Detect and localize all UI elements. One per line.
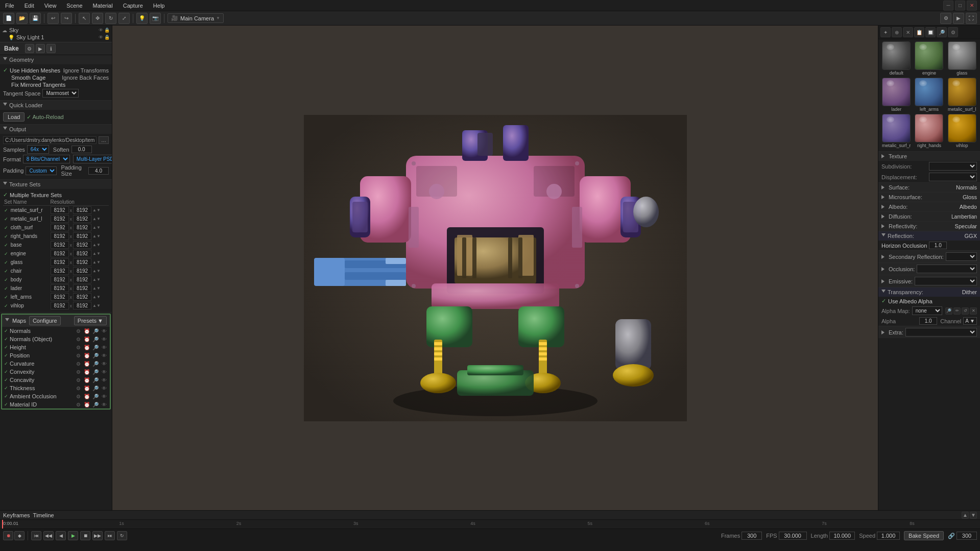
material-cell[interactable]: glass [946, 41, 978, 77]
ts-res-h-input[interactable] [73, 276, 91, 283]
open-btn[interactable]: 📂 [16, 13, 28, 24]
map-gear-btn[interactable]: ⚙ [75, 377, 82, 383]
material-thumb[interactable] [915, 78, 943, 106]
map-clock-btn[interactable]: ⏰ [83, 345, 90, 350]
map-search-btn[interactable]: 🔎 [92, 402, 99, 408]
diffusion-header[interactable]: Diffusion: Lambertian [878, 212, 980, 221]
map-item[interactable]: ✓ Normals ⚙ ⏰ 🔎 👁 [2, 327, 110, 335]
bake-play-btn[interactable]: ▶ [36, 44, 45, 53]
undo-btn[interactable]: ↩ [47, 13, 59, 24]
speed-input[interactable] [877, 532, 900, 540]
map-eye-btn[interactable]: 👁 [101, 353, 108, 358]
select-btn[interactable]: ↖ [79, 13, 90, 24]
map-gear-btn[interactable]: ⚙ [75, 394, 82, 399]
ts-res-h-input[interactable] [73, 206, 91, 214]
redo-btn[interactable]: ↪ [61, 13, 72, 24]
ts-res-w-input[interactable] [51, 224, 69, 231]
stop-btn[interactable]: ⏹ [80, 531, 90, 540]
material-thumb[interactable] [948, 41, 976, 70]
extra-select[interactable] [905, 328, 977, 337]
play-btn[interactable]: ▶ [68, 531, 78, 540]
ts-res-h-input[interactable] [73, 250, 91, 257]
map-item[interactable]: ✓ Thickness ⚙ ⏰ 🔎 👁 [2, 384, 110, 392]
ts-spin-btn[interactable]: ▲▼ [92, 286, 101, 291]
map-gear-btn[interactable]: ⚙ [75, 361, 82, 367]
format-bits-select[interactable]: 8 Bits/Channel [23, 155, 70, 163]
texture-set-row[interactable]: ✓ engine x ▲▼ [3, 249, 109, 258]
bake-info-btn[interactable]: ℹ [46, 44, 56, 53]
texture-set-row[interactable]: ✓ glass x ▲▼ [3, 258, 109, 267]
tl-scroll-up[interactable]: ▲ [962, 512, 969, 519]
soften-input[interactable] [71, 146, 92, 153]
emissive-select[interactable] [915, 277, 977, 285]
ts-spin-btn[interactable]: ▲▼ [92, 225, 101, 230]
map-gear-btn[interactable]: ⚙ [75, 353, 82, 358]
material-cell[interactable]: left_arms [913, 78, 945, 113]
map-clock-btn[interactable]: ⏰ [83, 337, 90, 342]
ts-res-w-input[interactable] [51, 276, 69, 283]
texture-header[interactable]: Texture [878, 152, 980, 161]
ts-res-w-input[interactable] [51, 241, 69, 249]
light-btn[interactable]: 💡 [136, 13, 148, 24]
ts-spin-btn[interactable]: ▲▼ [92, 251, 101, 256]
reflection-header[interactable]: Reflection: GGX [878, 231, 980, 241]
alpha-map-select[interactable]: none [912, 306, 942, 315]
menu-capture[interactable]: Capture [121, 3, 145, 9]
map-eye-btn[interactable]: 👁 [101, 394, 108, 399]
texture-set-row[interactable]: ✓ lader x ▲▼ [3, 284, 109, 293]
output-browse-btn[interactable]: … [99, 136, 109, 144]
material-cell[interactable]: vihlop [946, 114, 978, 149]
ts-res-w-input[interactable] [51, 302, 69, 309]
map-gear-btn[interactable]: ⚙ [75, 328, 82, 334]
alpha-channel-select[interactable]: A ▼ [963, 317, 977, 325]
move-btn[interactable]: ✥ [92, 13, 103, 24]
alpha-reset-btn[interactable]: ↺ [962, 307, 969, 315]
prev-frame-btn[interactable]: ◀◀ [43, 531, 54, 540]
texture-sets-header[interactable]: Texture Sets [0, 180, 112, 189]
camera-btn[interactable]: 📷 [150, 13, 161, 24]
ts-spin-btn[interactable]: ▲▼ [92, 217, 101, 221]
map-search-btn[interactable]: 🔎 [92, 361, 99, 367]
rp-icon-7[interactable]: ⚙ [948, 27, 958, 37]
material-cell[interactable]: metalic_surf_l [946, 78, 978, 113]
map-clock-btn[interactable]: ⏰ [83, 386, 90, 391]
prev-btn[interactable]: ◀ [56, 531, 66, 540]
rp-icon-3[interactable]: ✕ [903, 27, 913, 37]
ts-res-w-input[interactable] [51, 293, 69, 301]
ts-res-w-input[interactable] [51, 250, 69, 257]
material-thumb[interactable] [948, 78, 976, 106]
material-thumb[interactable] [882, 41, 911, 70]
ts-res-h-input[interactable] [73, 224, 91, 231]
microsurface-header[interactable]: Microsurface: Gloss [878, 193, 980, 202]
ts-res-w-input[interactable] [51, 215, 69, 223]
skip-start-btn[interactable]: ⏮ [31, 531, 41, 540]
map-search-btn[interactable]: 🔎 [92, 386, 99, 391]
map-gear-btn[interactable]: ⚙ [75, 386, 82, 391]
map-gear-btn[interactable]: ⚙ [75, 402, 82, 408]
ts-spin-btn[interactable]: ▲▼ [92, 234, 101, 238]
map-item[interactable]: ✓ Curvature ⚙ ⏰ 🔎 👁 [2, 360, 110, 368]
rp-icon-5[interactable]: 🔲 [925, 27, 936, 37]
close-btn[interactable]: ✕ [967, 1, 977, 11]
map-item[interactable]: ✓ Height ⚙ ⏰ 🔎 👁 [2, 343, 110, 351]
map-eye-btn[interactable]: 👁 [101, 369, 108, 375]
material-thumb[interactable] [882, 78, 911, 106]
menu-help[interactable]: Help [151, 3, 167, 9]
alpha-input[interactable] [919, 317, 937, 325]
minimize-btn[interactable]: ─ [943, 1, 953, 11]
map-clock-btn[interactable]: ⏰ [83, 394, 90, 399]
occlusion-select[interactable] [917, 265, 977, 273]
horizon-occlusion-input[interactable] [929, 242, 947, 249]
texture-set-row[interactable]: ✓ cloth_surf x ▲▼ [3, 223, 109, 232]
next-btn[interactable]: ▶▶ [92, 531, 103, 540]
map-eye-btn[interactable]: 👁 [101, 328, 108, 334]
subdivision-select[interactable] [929, 162, 977, 171]
map-item[interactable]: ✓ Convexity ⚙ ⏰ 🔎 👁 [2, 368, 110, 376]
map-search-btn[interactable]: 🔎 [92, 394, 99, 399]
presets-button[interactable]: Presets ▼ [74, 316, 107, 325]
texture-set-row[interactable]: ✓ body x ▲▼ [3, 275, 109, 284]
map-search-btn[interactable]: 🔎 [92, 353, 99, 358]
loop-btn[interactable]: ↻ [117, 531, 127, 540]
bake-speed-button[interactable]: Bake Speed [904, 531, 944, 540]
add-key-btn[interactable]: ◆ [14, 531, 25, 540]
